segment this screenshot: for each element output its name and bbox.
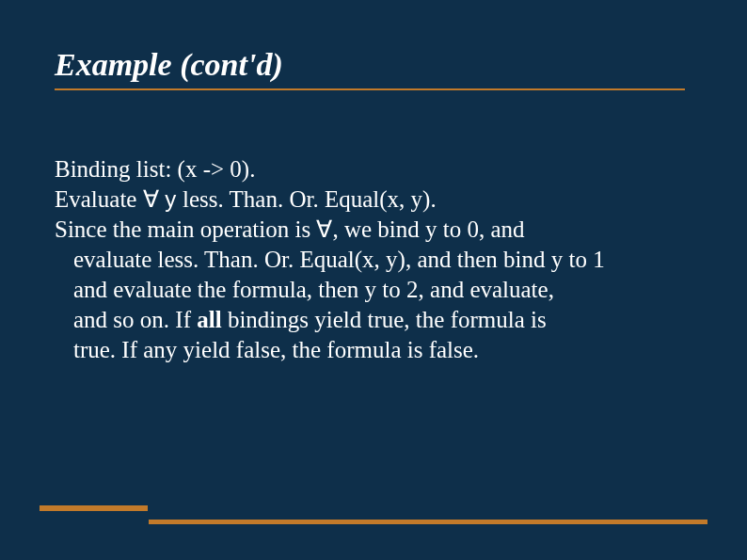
forall-symbol: ∀ (143, 186, 159, 212)
footer-rule-long (149, 520, 707, 524)
slide: Example (cont'd) Binding list: (x -> 0).… (0, 0, 747, 560)
body-line-3: Since the main operation is ∀, we bind y… (55, 215, 692, 245)
body-line-6-pre: and so on. If (73, 307, 197, 332)
slide-body: Binding list: (x -> 0). Evaluate ∀ y les… (55, 154, 692, 365)
forall-symbol-2: ∀ (316, 216, 332, 242)
slide-title-block: Example (cont'd) (55, 47, 692, 90)
body-line-5: and evaluate the formula, then y to 2, a… (55, 275, 692, 305)
body-line-2-pre: Evaluate (55, 186, 143, 212)
body-line-6-post: bindings yield true, the formula is (222, 307, 547, 332)
variable-y: y (159, 186, 183, 212)
body-line-1: Binding list: (x -> 0). (55, 154, 692, 184)
body-line-2-post: less. Than. Or. Equal(x, y). (183, 186, 437, 212)
body-line-6-bold: all (197, 307, 221, 332)
body-line-7: true. If any yield false, the formula is… (55, 335, 692, 365)
body-line-3-post: , we bind y to 0, and (332, 216, 524, 242)
slide-title: Example (cont'd) (55, 47, 692, 83)
body-line-4: evaluate less. Than. Or. Equal(x, y), an… (55, 245, 692, 275)
body-line-6: and so on. If all bindings yield true, t… (55, 305, 692, 335)
footer-rule-short (40, 505, 148, 511)
body-line-2: Evaluate ∀ y less. Than. Or. Equal(x, y)… (55, 184, 692, 215)
title-underline (55, 88, 685, 90)
body-line-3-pre: Since the main operation is (55, 216, 316, 242)
